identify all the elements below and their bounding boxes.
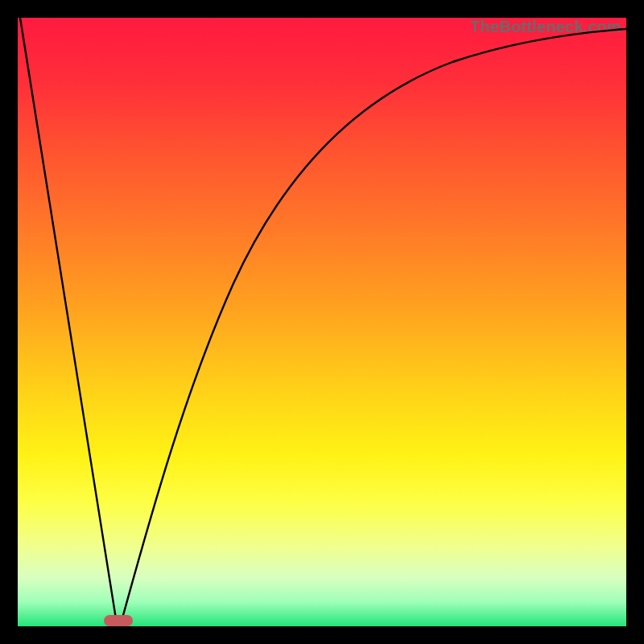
chart-plot-area: TheBottleneck.com <box>18 18 626 626</box>
bottleneck-marker <box>104 615 133 626</box>
curve-path <box>20 18 626 624</box>
chart-frame: TheBottleneck.com <box>0 0 644 644</box>
chart-curve <box>18 18 626 626</box>
